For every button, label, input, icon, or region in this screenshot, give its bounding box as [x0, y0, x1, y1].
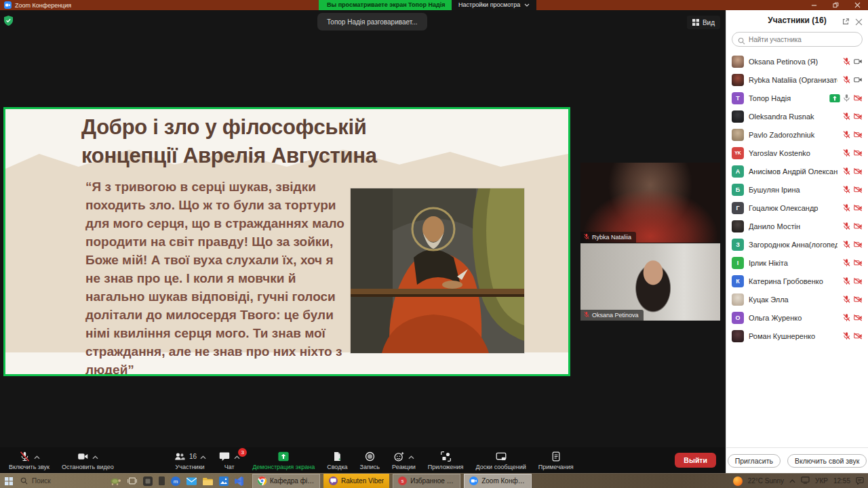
participant-row[interactable]: Oksana Petinova (Я) — [726, 52, 868, 70]
view-button[interactable]: Вид — [687, 16, 720, 29]
toolbar-reactions-button[interactable]: Реакции — [386, 447, 422, 473]
chevron-up-icon[interactable] — [200, 450, 206, 462]
toolbar-whiteboard-button[interactable]: Доски сообщений — [469, 447, 532, 473]
participant-status-icons — [842, 295, 863, 304]
weather-icon[interactable] — [733, 476, 743, 486]
toolbar-notes-button[interactable]: Примечания — [532, 447, 580, 473]
participant-row[interactable]: ЗЗагороднюк Анна(логопедія) — [726, 235, 868, 253]
toolbar-apps-button[interactable]: Приложения — [422, 447, 470, 473]
toolbar-label: Участники — [176, 464, 205, 470]
toolbar-label: Остановить видео — [62, 464, 114, 470]
participant-row[interactable]: Роман Кушнеренко — [726, 327, 868, 345]
small-dark-app-icon[interactable] — [159, 476, 165, 485]
participant-row[interactable]: ККатерина Гробовенко — [726, 272, 868, 290]
mic-muted-icon — [583, 311, 590, 319]
chevron-up-icon[interactable] — [92, 450, 98, 462]
video-thumbnail-oksana[interactable]: Oksana Petinova — [580, 243, 720, 321]
participant-row[interactable]: ААнисімов Андрій Олександрович — [726, 162, 868, 180]
clock[interactable]: 12:55 — [833, 477, 850, 485]
participant-row[interactable]: ООльга Журенко — [726, 308, 868, 327]
toolbar-mic-off-button[interactable]: Включить звук — [3, 447, 56, 473]
photos-icon[interactable] — [219, 476, 229, 486]
toolbar-summary-button[interactable]: Сводка — [321, 447, 353, 473]
weather-text[interactable]: 22°C Sunny — [748, 477, 784, 485]
participant-status-icons — [842, 240, 863, 249]
mic-muted-icon — [842, 295, 851, 304]
participant-row[interactable]: YKYaroslav Kostenko — [726, 144, 868, 162]
unmute-self-button[interactable]: Включить свой звук — [787, 454, 867, 468]
dark-app-icon[interactable] — [143, 476, 153, 486]
invite-button[interactable]: Пригласить — [728, 454, 781, 468]
chevron-up-icon[interactable] — [408, 450, 414, 462]
zoom-meeting-window: Zoom Конференция Вы просматриваете экран… — [0, 0, 868, 488]
participant-status-icons — [842, 130, 863, 139]
participant-search — [732, 32, 863, 47]
restore-button[interactable] — [825, 0, 846, 10]
participants-header: Участники (16) — [726, 10, 868, 30]
minimize-button[interactable] — [803, 0, 825, 10]
toolbar-participants-button[interactable]: 16Участники — [167, 447, 212, 473]
title-bar: Zoom Конференция Вы просматриваете экран… — [0, 0, 868, 10]
participant-name: Куцак Элла — [749, 296, 837, 304]
language-indicator[interactable]: УКР — [815, 477, 828, 485]
participant-row[interactable]: Oleksandra Rusnak — [726, 107, 868, 125]
participant-list: Oksana Petinova (Я)Rybka Nataliia (Орган… — [726, 52, 868, 345]
security-shield-icon[interactable] — [4, 16, 13, 28]
participant-row[interactable]: Куцак Элла — [726, 290, 868, 308]
notification-center-icon[interactable] — [856, 476, 864, 486]
taskbar-app-favorites[interactable]: sИзбранное – (34285) — [393, 474, 460, 488]
turtle-icon[interactable] — [110, 476, 121, 486]
start-button[interactable] — [0, 477, 18, 485]
chevron-up-icon[interactable] — [34, 450, 40, 462]
network-icon[interactable] — [801, 476, 810, 485]
toolbar-chat-button[interactable]: 3Чат — [212, 447, 246, 473]
leave-meeting-button[interactable]: Выйти — [675, 453, 716, 468]
mail-m-icon[interactable]: m — [171, 476, 180, 486]
toolbar-record-button[interactable]: Запись — [354, 447, 387, 473]
participant-row[interactable]: Pavlo Zadorozhniuk — [726, 125, 868, 144]
camera-off-icon — [853, 295, 863, 304]
visual-studio-icon[interactable] — [235, 476, 244, 486]
participant-row[interactable]: Rybka Nataliia (Организатор) — [726, 70, 868, 89]
search-icon — [20, 477, 28, 485]
participant-avatar — [732, 110, 744, 123]
toolbar-camera-button[interactable]: Остановить видео — [56, 447, 120, 473]
video-name-tag: Oksana Petinova — [580, 310, 644, 321]
view-settings-button[interactable]: Настройки просмотра — [452, 0, 536, 10]
participant-avatar — [732, 56, 744, 68]
video-thumbnail-rybka[interactable]: Rybka Nataliia — [580, 163, 720, 243]
mic-muted-icon — [842, 130, 851, 139]
task-view-icon[interactable] — [127, 476, 137, 485]
taskbar-app-chrome[interactable]: Кафедра філософії, ... — [252, 474, 320, 488]
close-panel-icon[interactable] — [855, 16, 863, 28]
taskbar-app-zoom[interactable]: Zoom Конференция — [464, 474, 532, 488]
popout-panel-icon[interactable] — [842, 16, 850, 28]
toolbar-center-group: 16Участники3ЧатДемонстрация экранаСводка… — [167, 447, 580, 473]
tray-chevron-up-icon[interactable] — [789, 477, 795, 485]
close-button[interactable] — [846, 0, 868, 10]
folder-icon[interactable] — [203, 477, 213, 485]
camera-on-icon — [853, 75, 863, 84]
participant-name: Oksana Petinova (Я) — [749, 58, 837, 66]
participant-avatar: З — [732, 239, 744, 251]
camera-off-icon — [853, 203, 863, 212]
chevron-down-icon — [524, 3, 530, 7]
participant-row[interactable]: ТТопор Надія — [726, 89, 868, 107]
participant-row[interactable]: ГГоцалюк Олександр — [726, 199, 868, 217]
mic-muted-icon — [842, 203, 851, 212]
participant-row[interactable]: Данило Мостін — [726, 217, 868, 235]
participant-status-icons — [829, 94, 863, 102]
participant-status-icons — [842, 167, 863, 176]
toolbar-label: Включить звук — [9, 464, 50, 470]
taskbar-search[interactable]: Поиск — [20, 477, 100, 485]
participant-row[interactable]: ІІрлик Нікіта — [726, 253, 868, 272]
search-input[interactable] — [732, 32, 863, 47]
participant-name: Данило Мостін — [749, 222, 837, 230]
screen-sharing-badge-icon — [829, 94, 840, 102]
taskbar-app-viber[interactable]: Rakuten Viber — [323, 474, 389, 488]
zoom-logo-icon — [4, 1, 12, 9]
envelope-icon[interactable] — [186, 477, 197, 485]
participant-status-icons — [842, 57, 863, 66]
toolbar-share-screen-button[interactable]: Демонстрация экрана — [246, 447, 321, 473]
participant-row[interactable]: ББушулян Ірина — [726, 180, 868, 199]
